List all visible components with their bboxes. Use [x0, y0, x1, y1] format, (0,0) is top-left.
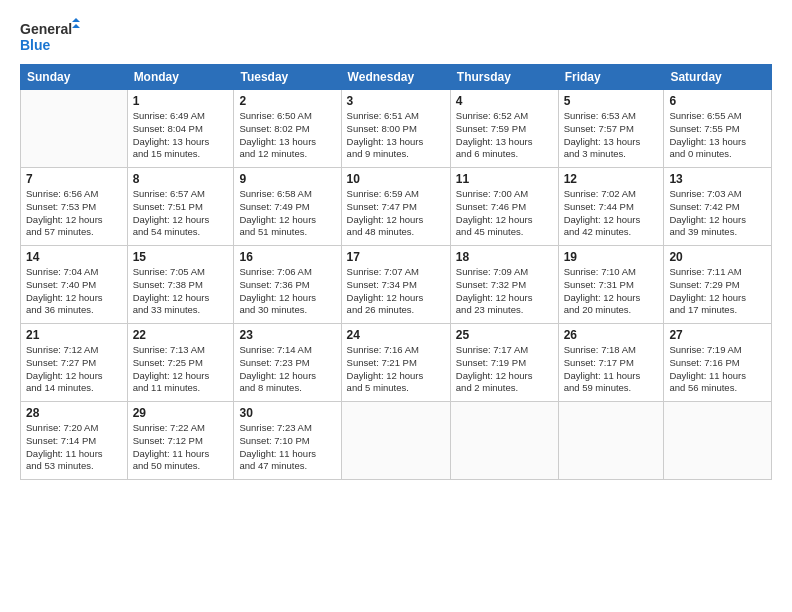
calendar-cell: 11Sunrise: 7:00 AMSunset: 7:46 PMDayligh… [450, 168, 558, 246]
calendar-cell: 23Sunrise: 7:14 AMSunset: 7:23 PMDayligh… [234, 324, 341, 402]
day-number: 26 [564, 328, 659, 342]
svg-text:Blue: Blue [20, 37, 51, 53]
day-details: Sunrise: 6:49 AMSunset: 8:04 PMDaylight:… [133, 110, 229, 161]
day-number: 18 [456, 250, 553, 264]
day-details: Sunrise: 6:53 AMSunset: 7:57 PMDaylight:… [564, 110, 659, 161]
col-header-wednesday: Wednesday [341, 65, 450, 90]
day-number: 7 [26, 172, 122, 186]
day-details: Sunrise: 6:57 AMSunset: 7:51 PMDaylight:… [133, 188, 229, 239]
day-number: 8 [133, 172, 229, 186]
svg-marker-3 [72, 24, 80, 28]
calendar-cell [664, 402, 772, 480]
day-details: Sunrise: 7:09 AMSunset: 7:32 PMDaylight:… [456, 266, 553, 317]
day-details: Sunrise: 7:16 AMSunset: 7:21 PMDaylight:… [347, 344, 445, 395]
day-details: Sunrise: 7:22 AMSunset: 7:12 PMDaylight:… [133, 422, 229, 473]
calendar-cell [558, 402, 664, 480]
calendar-cell: 2Sunrise: 6:50 AMSunset: 8:02 PMDaylight… [234, 90, 341, 168]
day-details: Sunrise: 7:23 AMSunset: 7:10 PMDaylight:… [239, 422, 335, 473]
col-header-saturday: Saturday [664, 65, 772, 90]
calendar-week-2: 7Sunrise: 6:56 AMSunset: 7:53 PMDaylight… [21, 168, 772, 246]
day-details: Sunrise: 6:59 AMSunset: 7:47 PMDaylight:… [347, 188, 445, 239]
day-details: Sunrise: 7:19 AMSunset: 7:16 PMDaylight:… [669, 344, 766, 395]
page: General Blue SundayMondayTuesdayWednesda… [0, 0, 792, 612]
calendar-cell: 25Sunrise: 7:17 AMSunset: 7:19 PMDayligh… [450, 324, 558, 402]
calendar-cell: 18Sunrise: 7:09 AMSunset: 7:32 PMDayligh… [450, 246, 558, 324]
day-details: Sunrise: 7:05 AMSunset: 7:38 PMDaylight:… [133, 266, 229, 317]
calendar-cell: 30Sunrise: 7:23 AMSunset: 7:10 PMDayligh… [234, 402, 341, 480]
logo: General Blue [20, 18, 80, 54]
calendar-header-row: SundayMondayTuesdayWednesdayThursdayFrid… [21, 65, 772, 90]
day-number: 13 [669, 172, 766, 186]
calendar-cell: 29Sunrise: 7:22 AMSunset: 7:12 PMDayligh… [127, 402, 234, 480]
day-number: 11 [456, 172, 553, 186]
col-header-sunday: Sunday [21, 65, 128, 90]
day-details: Sunrise: 7:00 AMSunset: 7:46 PMDaylight:… [456, 188, 553, 239]
day-number: 4 [456, 94, 553, 108]
calendar-body: 1Sunrise: 6:49 AMSunset: 8:04 PMDaylight… [21, 90, 772, 480]
day-details: Sunrise: 7:06 AMSunset: 7:36 PMDaylight:… [239, 266, 335, 317]
calendar-cell: 20Sunrise: 7:11 AMSunset: 7:29 PMDayligh… [664, 246, 772, 324]
day-number: 15 [133, 250, 229, 264]
day-number: 28 [26, 406, 122, 420]
calendar-week-3: 14Sunrise: 7:04 AMSunset: 7:40 PMDayligh… [21, 246, 772, 324]
day-details: Sunrise: 6:52 AMSunset: 7:59 PMDaylight:… [456, 110, 553, 161]
day-number: 17 [347, 250, 445, 264]
day-details: Sunrise: 7:20 AMSunset: 7:14 PMDaylight:… [26, 422, 122, 473]
calendar-cell: 8Sunrise: 6:57 AMSunset: 7:51 PMDaylight… [127, 168, 234, 246]
calendar-cell: 17Sunrise: 7:07 AMSunset: 7:34 PMDayligh… [341, 246, 450, 324]
calendar-cell: 21Sunrise: 7:12 AMSunset: 7:27 PMDayligh… [21, 324, 128, 402]
col-header-thursday: Thursday [450, 65, 558, 90]
day-number: 1 [133, 94, 229, 108]
day-number: 14 [26, 250, 122, 264]
day-number: 20 [669, 250, 766, 264]
logo-svg: General Blue [20, 18, 80, 54]
calendar-cell: 24Sunrise: 7:16 AMSunset: 7:21 PMDayligh… [341, 324, 450, 402]
calendar-cell [21, 90, 128, 168]
day-details: Sunrise: 6:51 AMSunset: 8:00 PMDaylight:… [347, 110, 445, 161]
calendar-cell: 9Sunrise: 6:58 AMSunset: 7:49 PMDaylight… [234, 168, 341, 246]
calendar-cell: 6Sunrise: 6:55 AMSunset: 7:55 PMDaylight… [664, 90, 772, 168]
calendar-week-1: 1Sunrise: 6:49 AMSunset: 8:04 PMDaylight… [21, 90, 772, 168]
calendar-cell: 26Sunrise: 7:18 AMSunset: 7:17 PMDayligh… [558, 324, 664, 402]
calendar-cell: 5Sunrise: 6:53 AMSunset: 7:57 PMDaylight… [558, 90, 664, 168]
calendar-cell: 14Sunrise: 7:04 AMSunset: 7:40 PMDayligh… [21, 246, 128, 324]
day-details: Sunrise: 7:17 AMSunset: 7:19 PMDaylight:… [456, 344, 553, 395]
day-number: 6 [669, 94, 766, 108]
day-details: Sunrise: 7:18 AMSunset: 7:17 PMDaylight:… [564, 344, 659, 395]
calendar-cell: 19Sunrise: 7:10 AMSunset: 7:31 PMDayligh… [558, 246, 664, 324]
svg-text:General: General [20, 21, 72, 37]
calendar-cell: 22Sunrise: 7:13 AMSunset: 7:25 PMDayligh… [127, 324, 234, 402]
calendar-cell: 15Sunrise: 7:05 AMSunset: 7:38 PMDayligh… [127, 246, 234, 324]
day-number: 3 [347, 94, 445, 108]
day-details: Sunrise: 7:03 AMSunset: 7:42 PMDaylight:… [669, 188, 766, 239]
day-number: 9 [239, 172, 335, 186]
day-number: 10 [347, 172, 445, 186]
col-header-monday: Monday [127, 65, 234, 90]
col-header-friday: Friday [558, 65, 664, 90]
day-number: 30 [239, 406, 335, 420]
calendar-table: SundayMondayTuesdayWednesdayThursdayFrid… [20, 64, 772, 480]
day-details: Sunrise: 7:07 AMSunset: 7:34 PMDaylight:… [347, 266, 445, 317]
day-number: 27 [669, 328, 766, 342]
header: General Blue [20, 18, 772, 54]
calendar-cell [341, 402, 450, 480]
day-number: 29 [133, 406, 229, 420]
day-number: 2 [239, 94, 335, 108]
col-header-tuesday: Tuesday [234, 65, 341, 90]
calendar-cell: 12Sunrise: 7:02 AMSunset: 7:44 PMDayligh… [558, 168, 664, 246]
day-details: Sunrise: 7:12 AMSunset: 7:27 PMDaylight:… [26, 344, 122, 395]
calendar-week-4: 21Sunrise: 7:12 AMSunset: 7:27 PMDayligh… [21, 324, 772, 402]
calendar-cell: 28Sunrise: 7:20 AMSunset: 7:14 PMDayligh… [21, 402, 128, 480]
day-number: 25 [456, 328, 553, 342]
calendar-cell: 13Sunrise: 7:03 AMSunset: 7:42 PMDayligh… [664, 168, 772, 246]
calendar-cell: 27Sunrise: 7:19 AMSunset: 7:16 PMDayligh… [664, 324, 772, 402]
svg-marker-2 [72, 18, 80, 22]
day-number: 16 [239, 250, 335, 264]
day-number: 23 [239, 328, 335, 342]
day-details: Sunrise: 6:50 AMSunset: 8:02 PMDaylight:… [239, 110, 335, 161]
calendar-week-5: 28Sunrise: 7:20 AMSunset: 7:14 PMDayligh… [21, 402, 772, 480]
day-number: 24 [347, 328, 445, 342]
calendar-cell: 4Sunrise: 6:52 AMSunset: 7:59 PMDaylight… [450, 90, 558, 168]
day-details: Sunrise: 6:56 AMSunset: 7:53 PMDaylight:… [26, 188, 122, 239]
day-details: Sunrise: 7:02 AMSunset: 7:44 PMDaylight:… [564, 188, 659, 239]
